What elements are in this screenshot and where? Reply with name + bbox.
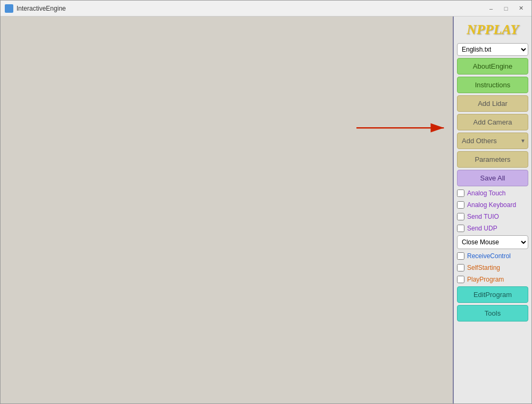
save-all-button[interactable]: Save All bbox=[457, 170, 528, 186]
main-window: InteractiveEngine – □ ✕ NPPLAY bbox=[0, 0, 532, 404]
app-icon bbox=[5, 4, 13, 13]
add-lidar-button[interactable]: Add Lidar bbox=[457, 95, 528, 112]
edit-program-button[interactable]: EditProgram bbox=[457, 286, 528, 303]
parameters-button[interactable]: Parameters bbox=[457, 151, 528, 168]
play-program-label[interactable]: PlayProgram bbox=[467, 276, 504, 283]
send-tuio-label[interactable]: Send TUIO bbox=[467, 213, 499, 220]
close-mouse-select[interactable]: Close Mouse Open Mouse bbox=[457, 235, 528, 249]
analog-keyboard-row: Analog Keyboard bbox=[457, 200, 528, 210]
titlebar-controls: – □ ✕ bbox=[485, 3, 527, 14]
send-udp-row: Send UDP bbox=[457, 224, 528, 233]
close-button[interactable]: ✕ bbox=[514, 3, 527, 14]
window-title: InteractiveEngine bbox=[16, 5, 66, 12]
play-program-row: PlayProgram bbox=[457, 275, 528, 284]
add-others-label: Add Others bbox=[462, 137, 497, 145]
receive-control-row: ReceiveControl bbox=[457, 251, 528, 261]
analog-keyboard-checkbox[interactable] bbox=[457, 201, 464, 209]
sidebar: NPPLAY English.txt Spanish.txt French.tx… bbox=[453, 17, 531, 403]
content-area: NPPLAY English.txt Spanish.txt French.tx… bbox=[1, 17, 531, 403]
arrow-annotation bbox=[1, 17, 453, 403]
play-program-checkbox[interactable] bbox=[457, 276, 464, 283]
titlebar-left: InteractiveEngine bbox=[5, 4, 66, 13]
analog-touch-checkbox[interactable] bbox=[457, 189, 464, 197]
maximize-button[interactable]: □ bbox=[500, 3, 512, 14]
brand-logo: NPPLAY bbox=[457, 20, 528, 41]
analog-touch-label[interactable]: Analog Touch bbox=[467, 189, 506, 197]
language-select[interactable]: English.txt Spanish.txt French.txt Germa… bbox=[457, 43, 528, 56]
receive-control-label[interactable]: ReceiveControl bbox=[467, 252, 511, 260]
analog-touch-row: Analog Touch bbox=[457, 188, 528, 198]
self-starting-label[interactable]: SelfStarting bbox=[467, 264, 500, 271]
send-tuio-row: Send TUIO bbox=[457, 212, 528, 221]
minimize-button[interactable]: – bbox=[485, 3, 497, 14]
send-udp-label[interactable]: Send UDP bbox=[467, 225, 497, 232]
add-camera-button[interactable]: Add Camera bbox=[457, 114, 528, 130]
receive-control-checkbox[interactable] bbox=[457, 252, 464, 260]
chevron-down-icon: ▼ bbox=[520, 138, 526, 144]
analog-keyboard-label[interactable]: Analog Keyboard bbox=[467, 201, 516, 209]
titlebar: InteractiveEngine – □ ✕ bbox=[1, 1, 531, 17]
main-viewport bbox=[1, 17, 453, 403]
tools-button[interactable]: Tools bbox=[457, 305, 528, 321]
add-others-button[interactable]: Add Others ▼ bbox=[457, 133, 528, 149]
about-engine-button[interactable]: AboutEngine bbox=[457, 58, 528, 75]
close-mouse-row: Close Mouse Open Mouse bbox=[457, 235, 528, 249]
send-udp-checkbox[interactable] bbox=[457, 225, 464, 232]
instructions-button[interactable]: Instructions bbox=[457, 77, 528, 93]
send-tuio-checkbox[interactable] bbox=[457, 213, 464, 220]
self-starting-checkbox[interactable] bbox=[457, 264, 464, 271]
self-starting-row: SelfStarting bbox=[457, 263, 528, 273]
